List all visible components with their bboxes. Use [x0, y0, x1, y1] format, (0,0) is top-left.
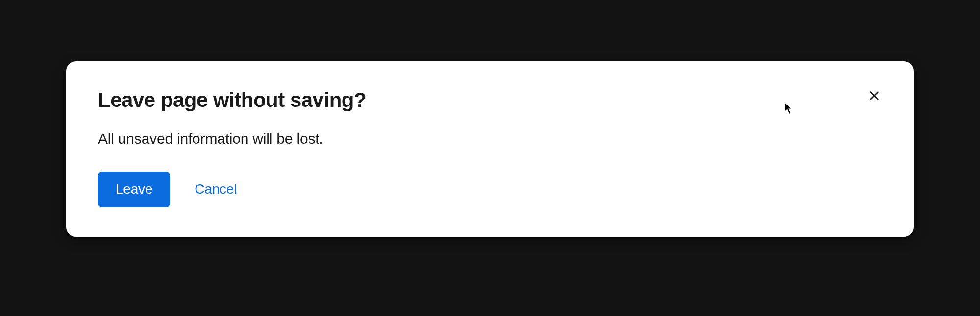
- dialog-header: Leave page without saving?: [98, 88, 882, 112]
- dialog-title: Leave page without saving?: [98, 88, 366, 112]
- cancel-button[interactable]: Cancel: [190, 172, 242, 207]
- close-button[interactable]: [866, 88, 882, 104]
- dialog-actions: Leave Cancel: [98, 172, 882, 207]
- dialog-message: All unsaved information will be lost.: [98, 131, 882, 147]
- dialog-body: All unsaved information will be lost.: [98, 131, 882, 147]
- leave-button[interactable]: Leave: [98, 172, 170, 207]
- close-icon: [869, 90, 880, 103]
- confirmation-dialog: Leave page without saving? All unsaved i…: [66, 61, 914, 237]
